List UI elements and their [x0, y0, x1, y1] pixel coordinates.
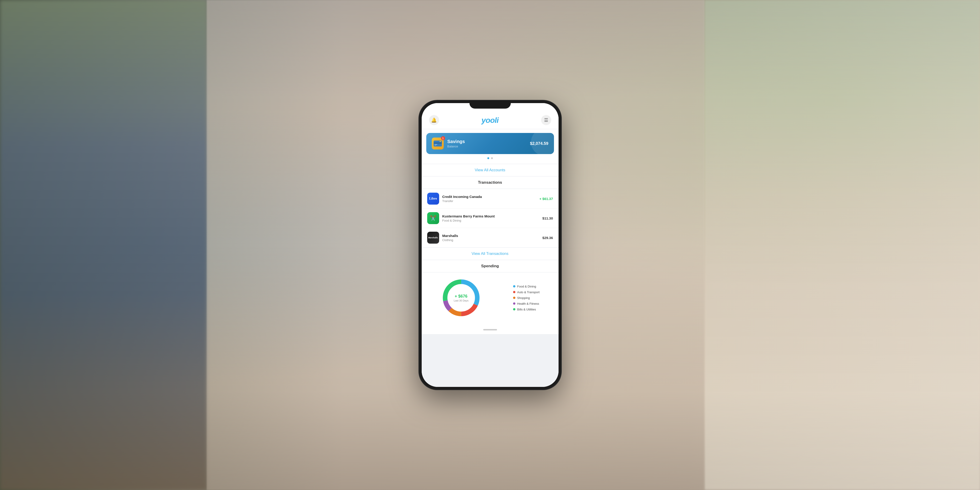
hamburger-icon: ☰ — [544, 117, 548, 123]
account-info: Savings Balance — [444, 139, 530, 148]
logo-y: y — [481, 116, 485, 124]
view-all-transactions-section: View All Transactions — [422, 248, 558, 260]
menu-button[interactable]: ☰ — [541, 115, 551, 125]
donut-center: + $676 Last 30 Days — [454, 294, 469, 302]
legend-item-shopping: Shopping — [513, 296, 540, 300]
legend-dot-health — [513, 302, 515, 305]
app-screen[interactable]: 🔔 yooli ☰ 1 — [422, 103, 558, 387]
phone-screen: 🔔 yooli ☰ 1 — [422, 103, 558, 387]
transaction-amount: $11.30 — [542, 216, 553, 220]
legend-label-bills: Bills & Utilities — [517, 308, 536, 311]
libro-logo: Libro — [429, 197, 437, 200]
account-card-icon: 1 — [432, 138, 444, 150]
transaction-icon-berry: ✂️ — [427, 212, 439, 224]
transaction-amount: + $61.37 — [539, 197, 553, 201]
view-all-accounts-link[interactable]: View All Accounts — [475, 168, 505, 172]
svg-rect-1 — [434, 142, 442, 144]
phone-device: 🔔 yooli ☰ 1 — [419, 100, 561, 390]
transaction-category: Clothing — [442, 238, 542, 242]
card-art — [434, 140, 442, 146]
legend-item-health: Health & Fitness — [513, 302, 540, 305]
transaction-details: Marshalls Clothing — [439, 234, 542, 242]
legend-item-auto: Auto & Transport — [513, 291, 540, 294]
svg-rect-3 — [434, 145, 436, 146]
legend-label-shopping: Shopping — [517, 296, 530, 300]
card-decoration — [531, 133, 554, 154]
logo-li: li — [495, 116, 499, 124]
view-all-transactions-link[interactable]: View All Transactions — [471, 251, 508, 256]
spending-legend: Food & Dining Auto & Transport Shopping — [513, 285, 540, 311]
transaction-details: Credit Incoming Canada Transfer — [439, 194, 539, 203]
background-left — [0, 0, 207, 490]
spending-header: Spending — [422, 260, 558, 272]
app-logo: yooli — [481, 116, 498, 125]
bottom-indicator — [422, 325, 558, 334]
legend-label-health: Health & Fitness — [517, 302, 539, 305]
logo-oo: oo — [485, 116, 495, 124]
legend-item-food: Food & Dining — [513, 285, 540, 288]
transaction-icon-marshalls: Marshalls — [427, 232, 439, 243]
legend-dot-bills — [513, 308, 515, 310]
transaction-item[interactable]: ✂️ Kustermans Berry Farms Mount Food & D… — [422, 208, 558, 228]
background-right — [705, 0, 980, 490]
transaction-item[interactable]: Marshalls Marshalls Clothing $29.36 — [422, 228, 558, 247]
transaction-category: Food & Dining — [442, 219, 542, 222]
transaction-category: Transfer — [442, 199, 539, 203]
transaction-amount: $29.36 — [542, 236, 553, 240]
legend-dot-shopping — [513, 297, 515, 299]
transaction-name: Kustermans Berry Farms Mount — [442, 214, 542, 219]
transaction-name: Credit Incoming Canada — [442, 194, 539, 199]
transaction-item[interactable]: Libro Credit Incoming Canada Transfer + … — [422, 189, 558, 208]
marshalls-logo: Marshalls — [428, 237, 438, 239]
account-card[interactable]: 1 Savings Balanc — [426, 133, 554, 154]
transaction-name: Marshalls — [442, 234, 542, 238]
spending-period: Last 30 Days — [454, 299, 469, 302]
legend-label-auto: Auto & Transport — [517, 291, 540, 294]
legend-item-bills: Bills & Utilities — [513, 308, 540, 311]
dot-1 — [487, 157, 489, 159]
account-name: Savings — [447, 139, 530, 144]
transactions-header: Transactions — [422, 177, 558, 189]
transaction-icon-libro: Libro — [427, 192, 439, 205]
legend-dot-food — [513, 285, 515, 288]
view-all-accounts-section: View All Accounts — [422, 164, 558, 176]
transactions-list: Libro Credit Incoming Canada Transfer + … — [422, 189, 558, 247]
svg-rect-2 — [434, 144, 437, 145]
notification-bell-button[interactable]: 🔔 — [429, 115, 439, 125]
account-card-section: 1 Savings Balanc — [422, 129, 558, 164]
svg-rect-4 — [439, 141, 441, 142]
legend-label-food: Food & Dining — [517, 285, 536, 288]
legend-dot-auto — [513, 291, 515, 293]
bell-icon: 🔔 — [431, 117, 437, 123]
transaction-details: Kustermans Berry Farms Mount Food & Dini… — [439, 214, 542, 223]
home-indicator — [483, 329, 497, 331]
phone-frame: 🔔 yooli ☰ 1 — [419, 100, 561, 390]
account-label: Balance — [447, 145, 530, 148]
phone-notch — [469, 100, 511, 108]
dot-2 — [491, 157, 493, 159]
spending-donut-chart: + $676 Last 30 Days — [441, 277, 482, 318]
card-dots-indicator — [422, 157, 558, 159]
spending-section: + $676 Last 30 Days Food & Dining Auto &… — [422, 272, 558, 325]
berry-icon: ✂️ — [430, 215, 436, 221]
spending-amount: + $676 — [454, 294, 469, 299]
card-badge: 1 — [441, 136, 445, 140]
